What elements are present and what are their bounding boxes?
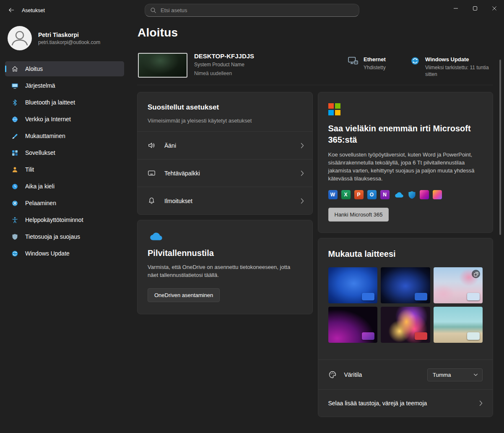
color-mode-dropdown[interactable]: Tumma <box>427 368 483 381</box>
browse-themes-row[interactable]: Selaa lisää taustoja, värejä ja teemoja <box>328 390 483 417</box>
account-profile[interactable]: Petri Tiaskorpi petri.tiaskorpi@outlook.… <box>7 26 100 51</box>
sidebar-item-tietosuoja[interactable]: Tietosuoja ja suojaus <box>5 229 124 244</box>
windows-update-status[interactable]: Windows Update Viimeksi tarkistettu: 11 … <box>410 56 490 78</box>
sidebar-item-label: Järjestelmä <box>25 82 55 89</box>
palette-icon <box>328 370 338 379</box>
setting-row-sound[interactable]: Ääni <box>138 131 312 159</box>
device-header: DESKTOP-KFJJDJS System Product Name Nime… <box>137 52 493 80</box>
setting-row-label: Tehtäväpalkki <box>164 170 301 177</box>
accent-swatch <box>415 293 427 300</box>
accent-swatch <box>362 293 374 300</box>
color-mode-row: Väritila Tumma <box>328 360 483 389</box>
personalize-card: Mukauta laitteesi <box>318 238 494 417</box>
setting-row-label: Ilmoitukset <box>164 198 301 204</box>
sidebar-item-tilit[interactable]: Tilit <box>5 162 124 177</box>
personalize-title: Mukauta laitteesi <box>328 249 483 259</box>
get-microsoft365-button[interactable]: Hanki Microsoft 365 <box>328 208 389 222</box>
sidebar: Petri Tiaskorpi petri.tiaskorpi@outlook.… <box>0 20 131 433</box>
sidebar-item-label: Bluetooth ja laitteet <box>25 99 75 106</box>
network-status-subtitle: Yhdistetty <box>364 64 386 71</box>
taskbar-icon <box>148 169 157 177</box>
back-button[interactable] <box>4 4 18 16</box>
defender-icon <box>408 190 416 199</box>
sidebar-item-windows-update[interactable]: Windows Update <box>5 246 124 261</box>
sidebar-item-jarjestelma[interactable]: Järjestelmä <box>5 78 124 93</box>
sidebar-item-label: Windows Update <box>25 250 70 257</box>
user-name: Petri Tiaskorpi <box>38 31 100 38</box>
rename-device-link[interactable]: Nimeä uudelleen <box>194 70 232 76</box>
back-arrow-icon <box>8 7 15 13</box>
sidebar-item-label: Aloitus <box>25 65 43 72</box>
device-name: DESKTOP-KFJJDJS <box>194 52 254 60</box>
update-status-subtitle: Viimeksi tarkistettu: 11 tuntia sitten <box>425 64 490 78</box>
setting-row-notifications[interactable]: Ilmoitukset <box>138 187 312 214</box>
vertical-scrollbar[interactable] <box>499 60 501 235</box>
maximize-button[interactable] <box>465 0 485 17</box>
device-model: System Product Name <box>194 62 254 68</box>
microsoft-logo-icon <box>328 103 340 115</box>
sidebar-item-label: Helppokäyttötoiminnot <box>25 216 83 223</box>
wallpaper-thumbnail-beach[interactable] <box>434 307 483 343</box>
update-icon <box>11 250 18 257</box>
brush-icon <box>11 133 18 140</box>
setting-row-taskbar[interactable]: Tehtäväpalkki <box>138 159 312 187</box>
cloud-storage-card: Pilvitallennustila Varmista, että OneDri… <box>137 220 313 314</box>
wallpaper-thumbnail-magenta-glow[interactable] <box>328 307 378 343</box>
designer-icon <box>420 190 429 199</box>
sidebar-item-bluetooth[interactable]: Bluetooth ja laitteet <box>5 95 124 110</box>
microsoft365-card: Saa vieläkin enemmän irti Microsoft 365:… <box>318 92 494 233</box>
selection-indicator <box>5 65 6 72</box>
sidebar-item-mukauttaminen[interactable]: Mukauttaminen <box>5 128 124 143</box>
sidebar-item-helppokayttotoiminnot[interactable]: Helppokäyttötoiminnot <box>5 212 124 227</box>
color-mode-value: Tumma <box>433 372 451 378</box>
recommended-subtitle: Viimeisimmät ja yleisesti käytetyt asetu… <box>148 117 302 124</box>
wallpaper-thumbnail-abstract-bouquet[interactable] <box>381 307 430 343</box>
gamepad-icon <box>11 200 18 207</box>
sidebar-item-verkko[interactable]: Verkko ja Internet <box>5 112 124 127</box>
search-input[interactable] <box>161 7 354 13</box>
settings-search[interactable] <box>145 4 359 17</box>
accent-swatch <box>362 332 374 340</box>
clipchamp-icon <box>433 190 442 199</box>
sidebar-item-label: Verkko ja Internet <box>25 116 71 123</box>
chevron-right-icon <box>301 170 304 176</box>
recommended-settings-card: Suositellut asetukset Viimeisimmät ja yl… <box>137 92 313 215</box>
close-button[interactable] <box>485 0 504 17</box>
sidebar-item-label: Aika ja kieli <box>25 183 55 190</box>
m365-title: Saa vieläkin enemmän irti Microsoft 365:… <box>328 123 483 146</box>
m365-app-icons: W X P O N <box>328 190 483 199</box>
accent-swatch <box>415 332 427 340</box>
sidebar-item-label: Sovellukset <box>25 149 55 156</box>
chevron-right-icon <box>301 198 304 204</box>
window-controls <box>446 0 504 17</box>
cloud-storage-title: Pilvitallennustila <box>148 248 302 258</box>
sidebar-item-pelaaminen[interactable]: Pelaaminen <box>5 196 124 211</box>
accent-swatch <box>467 293 480 300</box>
install-onedrive-button[interactable]: OneDriven asentaminen <box>148 288 220 302</box>
user-email: petri.tiaskorpi@outlook.com <box>38 39 100 45</box>
chevron-down-icon <box>473 373 478 376</box>
wallpaper-thumbnail-bloom-dark[interactable] <box>381 267 430 303</box>
sidebar-item-aloitus[interactable]: Aloitus <box>5 61 124 76</box>
setting-row-label: Ääni <box>164 142 301 149</box>
wallpaper-grid <box>328 267 483 343</box>
divider <box>137 85 493 85</box>
sidebar-item-sovellukset[interactable]: Sovellukset <box>5 145 124 160</box>
chevron-right-icon <box>479 400 483 406</box>
sidebar-nav: Aloitus Järjestelmä Bluetooth ja laittee… <box>5 61 124 263</box>
wallpaper-thumbnail-bloom-blue[interactable] <box>328 267 378 303</box>
recommended-title: Suositellut asetukset <box>148 103 302 112</box>
avatar <box>7 26 32 51</box>
shield-icon <box>11 233 18 240</box>
page-title: Aloitus <box>138 26 493 39</box>
wallpaper-thumbnail-spring-collage[interactable] <box>434 267 483 303</box>
outlook-icon: O <box>367 190 377 199</box>
onedrive-icon <box>393 191 404 198</box>
network-status[interactable]: Ethernet Yhdistetty <box>348 56 386 71</box>
color-mode-label: Väritila <box>344 371 428 378</box>
minimize-button[interactable] <box>446 0 465 17</box>
search-icon <box>150 7 156 13</box>
sidebar-item-aika-ja-kieli[interactable]: Aika ja kieli <box>5 179 124 194</box>
network-status-title: Ethernet <box>364 56 386 63</box>
m365-body: Koe sovellusten työpöytäversiot, kuten W… <box>328 151 483 183</box>
